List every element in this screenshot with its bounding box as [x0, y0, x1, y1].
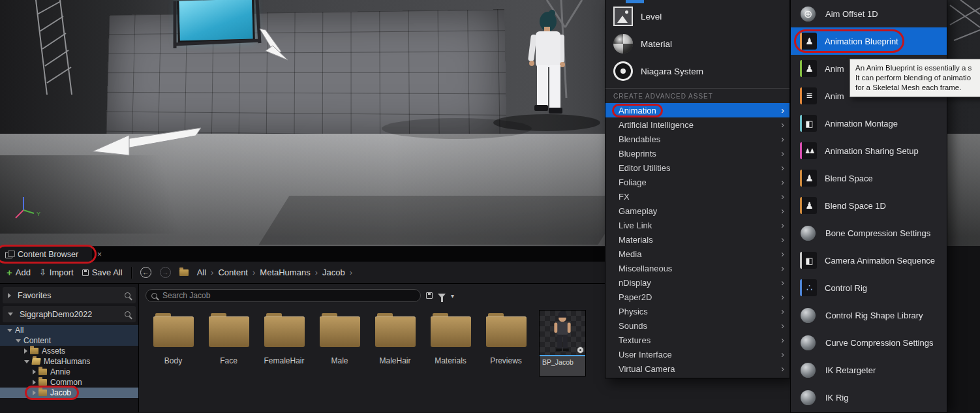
menu-item[interactable]: Material [605, 30, 789, 57]
submenu-chevron-icon [781, 134, 784, 144]
menu-item[interactable]: Paper2D [605, 290, 789, 304]
anim-asset-icon [800, 87, 817, 104]
save-all-button[interactable]: Save All [82, 268, 123, 277]
submenu-item[interactable]: Control Rig Shape Library [791, 301, 947, 329]
import-button[interactable]: ⇩ Import [39, 268, 74, 277]
submenu-chevron-icon [781, 364, 784, 374]
submenu-chevron-icon [781, 307, 784, 316]
breadcrumb-item[interactable]: Content › [218, 268, 255, 277]
expander-icon[interactable] [24, 360, 29, 363]
menu-item[interactable]: Editor Utilities [605, 161, 789, 175]
tree-item[interactable]: All [0, 325, 138, 335]
folder-tile[interactable]: Male [312, 310, 367, 365]
menu-item[interactable]: Level [605, 3, 789, 30]
menu-item[interactable]: FX [605, 189, 789, 204]
folder-tile[interactable]: Materials [423, 310, 478, 365]
submenu-item[interactable]: Bone Compression Settings [791, 219, 947, 247]
breadcrumb-separator-icon: › [350, 268, 352, 277]
submenu-item[interactable]: Animation Montage [791, 110, 947, 137]
tree-item[interactable]: Jacob [0, 388, 138, 398]
menu-item[interactable]: Virtual Camera [605, 361, 789, 376]
forward-button[interactable]: → [160, 267, 171, 278]
folder-tile[interactable]: Previews [478, 310, 534, 365]
menu-item[interactable]: Blendables [605, 132, 789, 146]
menu-item[interactable]: Physics [605, 304, 789, 318]
menu-item[interactable]: Textures [605, 333, 789, 347]
folder-tile[interactable]: Body [145, 310, 201, 365]
submenu-chevron-icon [781, 177, 784, 187]
menu-item[interactable]: nDisplay [605, 275, 789, 290]
menu-item[interactable]: User Interface [605, 347, 789, 361]
submenu-item[interactable]: Blend Space 1D [791, 192, 947, 219]
folder-tile[interactable]: Face [201, 310, 256, 365]
menu-item[interactable]: Media [605, 247, 789, 261]
submenu-item[interactable]: IK Rig [791, 384, 947, 411]
menu-item[interactable]: Miscellaneous [605, 261, 789, 275]
menu-item[interactable]: Live Link [605, 218, 789, 232]
expander-icon[interactable] [33, 380, 36, 385]
menu-item[interactable]: Artificial Intelligence [605, 117, 789, 132]
tree-item[interactable]: Assets [0, 346, 138, 356]
back-button[interactable]: ← [140, 267, 151, 278]
asset-tile-bp-jacob[interactable]: BP_Jacob [539, 310, 586, 376]
breadcrumb-separator-icon: › [211, 268, 213, 277]
blend-space-1d-icon [800, 197, 817, 214]
add-new-menu: Level Material Niagara System CREATE ADV… [605, 0, 790, 378]
save-icon [82, 269, 89, 276]
folder-icon [153, 316, 194, 347]
menu-item[interactable]: Foliage [605, 175, 789, 189]
save-search-icon[interactable] [426, 292, 433, 299]
submenu-item[interactable]: Animation Sharing Setup [791, 137, 947, 164]
tooltip: An Anim Blueprint is essentially a s It … [850, 59, 980, 97]
search-input[interactable] [161, 290, 415, 301]
tree-item[interactable]: Annie [0, 367, 138, 377]
filter-caret-icon[interactable]: ▾ [451, 292, 454, 299]
expander-icon[interactable] [33, 390, 36, 395]
menu-item[interactable]: Materials [605, 232, 789, 247]
submenu-item[interactable]: Control Rig [791, 274, 947, 301]
asset-thumbnail [540, 311, 585, 356]
folder-tree: All Content [0, 325, 138, 398]
menu-item[interactable]: Niagara System [605, 57, 789, 85]
breadcrumb-item[interactable]: MetaHumans › [260, 268, 318, 277]
project-section[interactable]: SiggraphDemo2022 [3, 306, 136, 322]
menu-item[interactable]: Animation [605, 103, 789, 117]
folder-icon [209, 316, 249, 347]
asset-status-icon [577, 346, 584, 354]
partial-item-icon [626, 0, 644, 3]
tree-item[interactable]: Common [0, 377, 138, 388]
content-browser-icon [5, 251, 14, 258]
folder-tile[interactable]: MaleHair [367, 310, 423, 365]
menu-item[interactable]: Blueprints [605, 146, 789, 161]
submenu-item[interactable]: Camera Animation Sequence [791, 247, 947, 274]
breadcrumb-item[interactable]: Jacob › [322, 268, 352, 277]
expander-icon[interactable] [16, 339, 21, 343]
submenu-item[interactable]: Animation Blueprint [791, 27, 947, 55]
search-icon[interactable] [125, 292, 130, 298]
submenu-item[interactable]: Blend Space [791, 164, 947, 192]
tree-item[interactable]: MetaHumans [0, 356, 138, 367]
filter-icon[interactable] [438, 294, 446, 298]
favorites-section[interactable]: Favorites [3, 287, 136, 303]
submenu-item[interactable]: Curve Compression Settings [791, 329, 947, 356]
tree-item[interactable]: Content [0, 335, 138, 346]
menu-item[interactable]: Sounds [605, 318, 789, 333]
submenu-chevron-icon [781, 206, 784, 216]
tab-close-icon[interactable]: × [97, 250, 102, 259]
submenu-item[interactable]: Aim Offset 1D [791, 0, 947, 27]
expander-icon[interactable] [24, 348, 27, 354]
expander-icon[interactable] [33, 369, 36, 375]
anim-asset-icon [800, 60, 817, 77]
search-icon [151, 293, 157, 299]
content-browser-tab[interactable]: Content Browser [0, 247, 92, 262]
folder-tile[interactable]: FemaleHair [256, 310, 312, 365]
expander-icon[interactable] [7, 329, 12, 332]
folder-icon [264, 316, 305, 347]
submenu-item[interactable]: IK Retargeter [791, 356, 947, 384]
content-browser-sidebar: Favorites SiggraphDemo2022 [0, 284, 139, 412]
menu-item[interactable]: Gameplay [605, 204, 789, 218]
submenu-chevron-icon [781, 249, 784, 259]
add-button[interactable]: + Add [7, 268, 31, 277]
search-icon[interactable] [125, 311, 130, 317]
breadcrumb-item[interactable]: All › [197, 268, 214, 277]
